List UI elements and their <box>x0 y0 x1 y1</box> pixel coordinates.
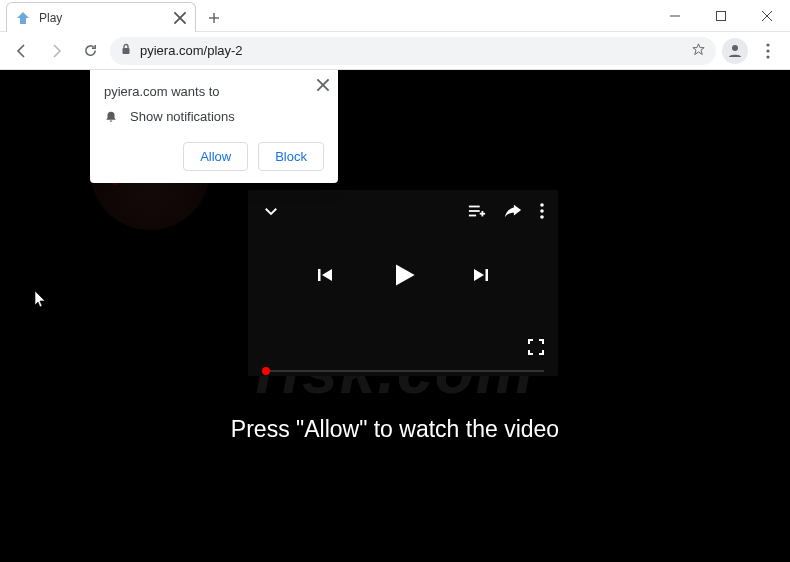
more-icon[interactable] <box>540 203 544 219</box>
nav-back-button[interactable] <box>8 37 36 65</box>
next-track-button[interactable] <box>471 265 491 285</box>
svg-point-20 <box>540 209 544 213</box>
window-close-button[interactable] <box>744 0 790 31</box>
svg-point-13 <box>766 55 769 58</box>
tab-strip: Play <box>0 0 228 32</box>
play-button[interactable] <box>389 261 417 289</box>
cta-text: Press "Allow" to watch the video <box>0 416 790 443</box>
svg-rect-22 <box>318 269 321 281</box>
share-icon[interactable] <box>504 203 522 219</box>
address-bar[interactable]: pyiera.com/play-2 <box>110 37 716 65</box>
popup-close-button[interactable] <box>316 78 330 92</box>
progress-handle[interactable] <box>262 367 270 375</box>
address-bar-url: pyiera.com/play-2 <box>140 43 243 58</box>
window-maximize-button[interactable] <box>698 0 744 31</box>
svg-point-12 <box>766 49 769 52</box>
popup-permission-label: Show notifications <box>130 109 235 124</box>
nav-reload-button[interactable] <box>76 37 104 65</box>
progress-bar[interactable] <box>262 370 544 372</box>
collapse-icon[interactable] <box>262 202 280 220</box>
lock-icon <box>120 43 132 58</box>
new-tab-button[interactable] <box>200 4 228 32</box>
previous-track-button[interactable] <box>315 265 335 285</box>
svg-point-21 <box>540 215 544 219</box>
svg-rect-1 <box>717 11 726 20</box>
queue-add-icon[interactable] <box>468 203 486 219</box>
allow-button[interactable]: Allow <box>183 142 248 171</box>
browser-menu-button[interactable] <box>754 37 782 65</box>
nav-forward-button[interactable] <box>42 37 70 65</box>
svg-point-11 <box>766 43 769 46</box>
block-button[interactable]: Block <box>258 142 324 171</box>
video-player <box>248 190 558 376</box>
notification-permission-popup: pyiera.com wants to Show notifications A… <box>90 70 338 183</box>
svg-point-19 <box>540 203 544 207</box>
page-content: PC risk.com <box>0 70 790 562</box>
mouse-cursor-icon <box>34 290 48 312</box>
svg-marker-4 <box>17 12 29 24</box>
profile-avatar-button[interactable] <box>722 38 748 64</box>
browser-toolbar: pyiera.com/play-2 <box>0 32 790 70</box>
tab-title: Play <box>39 11 165 25</box>
svg-point-10 <box>732 45 738 51</box>
svg-rect-9 <box>123 48 130 54</box>
tab-favicon <box>15 10 31 26</box>
fullscreen-button[interactable] <box>528 339 544 355</box>
svg-rect-23 <box>486 269 489 281</box>
browser-tab[interactable]: Play <box>6 2 196 32</box>
popup-title: pyiera.com wants to <box>104 84 324 99</box>
tab-close-button[interactable] <box>173 11 187 25</box>
window-minimize-button[interactable] <box>652 0 698 31</box>
bookmark-star-icon[interactable] <box>691 42 706 60</box>
bell-icon <box>104 110 118 124</box>
